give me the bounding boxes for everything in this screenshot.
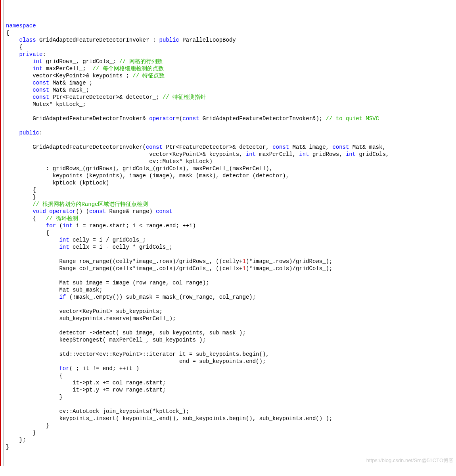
code-line [6, 344, 456, 351]
code-token: const [89, 208, 109, 215]
code-token: keypoints_.insert( keypoints_.end(), sub… [59, 415, 332, 422]
code-token: int [63, 223, 76, 229]
code-token: const [156, 208, 172, 215]
code-token: Mat sub_image = image_(row_range, col_ra… [59, 280, 209, 286]
code-token: { [6, 30, 9, 36]
code-line: detector_->detect( sub_image, sub_keypoi… [6, 329, 456, 336]
code-token: public [19, 130, 39, 136]
code-token: const [33, 80, 52, 86]
code-token: detector_->detect( sub_image, sub_keypoi… [59, 330, 245, 336]
code-token: )*image_.rows)/gridRows_); [246, 258, 332, 265]
code-token: GridAdaptedFeatureDetectorInvoker : [39, 37, 159, 43]
code-line: } [6, 443, 456, 451]
code-line [6, 122, 456, 129]
code-line: { [6, 186, 456, 194]
code-token: Range& range) [109, 208, 156, 215]
code-token: (!mask_.empty()) sub_mask = mask_(row_ra… [69, 294, 256, 300]
code-line: GridAdaptedFeatureDetectorInvoker& opera… [6, 115, 456, 122]
code-body: namespace{ class GridAdaptedFeatureDetec… [6, 22, 456, 451]
code-line: GridAdaptedFeatureDetectorInvoker(const … [6, 144, 456, 151]
code-token: const [272, 144, 292, 150]
code-token: Mutex* kptLock_; [33, 101, 86, 107]
code-token: Range col_range((cellx*image_.cols)/grid… [59, 265, 242, 272]
code-token: class [19, 37, 39, 43]
code-token: it->pt.y += row_range.start; [73, 387, 166, 393]
code-line: vector<KeyPoint> sub_keypoints; [6, 308, 456, 315]
code-line: // 根据网格划分的Range区域进行特征点检测 [6, 201, 456, 208]
code-line: it->pt.y += row_range.start; [6, 386, 456, 393]
code-token: Mat& image, [293, 144, 333, 150]
code-line: it->pt.x += col_range.start; [6, 379, 456, 386]
code-token: Mat& mask, [353, 144, 386, 150]
code-line: int cellx = i - celly * gridCols_; [6, 244, 456, 251]
code-line: int maxPerCell_; // 每个网格细胞检测的点数 [6, 65, 456, 72]
code-token: { [46, 230, 49, 236]
code-token: // 特征检测指针 [163, 94, 206, 100]
code-line: { [6, 44, 456, 51]
code-line: int celly = i / gridCols_; [6, 236, 456, 244]
code-line: std::vector<cv::KeyPoint>::iterator it =… [6, 351, 456, 358]
code-line: }; [6, 436, 456, 443]
code-line: } [6, 393, 456, 401]
code-line: keepStrongest( maxPerCell_, sub_keypoint… [6, 336, 456, 344]
code-token: =( [176, 115, 183, 122]
code-line: const Mat& mask_; [6, 86, 456, 94]
code-line: private: [6, 51, 456, 58]
code-token: { [59, 372, 62, 379]
code-token: } [59, 394, 62, 400]
code-line [6, 272, 456, 279]
code-line [6, 301, 456, 308]
code-token: int [346, 151, 359, 157]
code-token: std::vector<cv::KeyPoint>::iterator it =… [59, 351, 269, 357]
code-token: end = sub_keypoints.end(); [179, 358, 266, 365]
code-token: int [33, 58, 46, 65]
code-token: cellx = i - celly * gridCols_; [73, 244, 172, 250]
code-line: } [6, 422, 456, 429]
code-token: Ptr<FeatureDetector>& detector, [166, 144, 272, 150]
code-token: it->pt.x += col_range.start; [73, 380, 166, 386]
code-token: } [46, 422, 49, 429]
code-line: kptLock_(kptLock) [6, 179, 456, 186]
code-token: // 根据网格划分的Range区域进行特征点检测 [33, 201, 148, 207]
code-token: GridAdaptedFeatureDetectorInvoker& [33, 115, 149, 122]
code-token: keepStrongest( maxPerCell_, sub_keypoint… [59, 337, 206, 343]
code-token: public [159, 37, 182, 43]
code-line: class GridAdaptedFeatureDetectorInvoker … [6, 36, 456, 44]
code-token: // 循环检测 [46, 215, 78, 222]
code-token: }; [19, 437, 26, 443]
code-token: Ptr<FeatureDetector>& detector_; [53, 94, 163, 100]
code-token: vector<KeyPoint>& keypoints, [149, 151, 246, 157]
code-token: vector<KeyPoint>& keypoints_; [33, 73, 132, 79]
code-line: vector<KeyPoint>& keypoints, int maxPerC… [6, 151, 456, 158]
code-token: maxPerCell_; [46, 65, 93, 72]
code-line [6, 401, 456, 408]
code-token: gridRows, [312, 151, 346, 157]
code-line: int gridRows_, gridCols_; // 网格的行列数 [6, 58, 456, 65]
code-token: const [33, 94, 52, 100]
code-line: vector<KeyPoint>& keypoints_; // 特征点数 [6, 72, 456, 79]
code-token: cv::AutoLock join_keypoints(*kptLock_); [59, 408, 189, 415]
code-token: private [19, 51, 43, 58]
code-token: int [59, 244, 73, 250]
code-line: void operator() (const Range& range) con… [6, 208, 456, 215]
code-token: { [19, 44, 23, 50]
code-token: int [246, 151, 259, 157]
code-token: i = range.start; i < range.end; ++i) [76, 223, 195, 229]
code-token: Mat sub_mask; [59, 287, 102, 293]
code-token: : gridRows_(gridRows), gridCols_(gridCol… [46, 165, 272, 172]
code-line: { [6, 372, 456, 379]
code-line [6, 136, 456, 144]
code-line: cv::Mutex* kptLock) [6, 158, 456, 165]
code-line: Mutex* kptLock_; [6, 101, 456, 108]
fold-guide [3, 0, 4, 466]
code-line: keypoints_.insert( keypoints_.end(), sub… [6, 415, 456, 422]
code-token: int [59, 237, 73, 243]
code-token: for [59, 365, 69, 372]
code-token: int [33, 65, 46, 72]
code-line: Mat sub_mask; [6, 286, 456, 294]
code-token: gridRows_, gridCols_; [46, 58, 119, 65]
code-token: : [39, 130, 42, 136]
code-line: for (int i = range.start; i < range.end;… [6, 222, 456, 229]
code-token: } [33, 430, 36, 436]
code-token: ( ; it != end; ++it ) [69, 365, 139, 372]
